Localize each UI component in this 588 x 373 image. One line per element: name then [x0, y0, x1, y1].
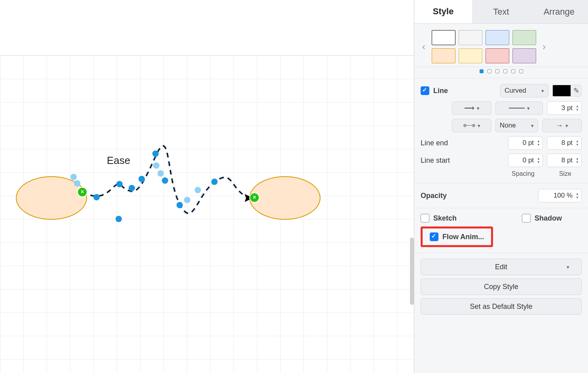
spacing-sublabel: Spacing	[512, 170, 535, 177]
sketch-label: Sketch	[433, 214, 457, 223]
line-start-size-value: 8 pt	[561, 156, 573, 164]
edge-waypoint[interactable]	[211, 179, 218, 185]
waypoints-icon	[463, 123, 475, 128]
canvas-scrollbar[interactable]	[410, 238, 414, 305]
shadow-label: Shadow	[535, 214, 562, 223]
line-style-select[interactable]: Curved ▾	[500, 84, 548, 97]
connection-style-value: None	[500, 122, 516, 129]
edge-handle[interactable]	[195, 187, 201, 193]
endpoint-connected-icon: ×	[81, 188, 84, 195]
edit-style-button[interactable]: Edit ▾	[421, 259, 582, 275]
line-start-size-input[interactable]: 8 pt ▲▼	[547, 154, 582, 167]
set-default-style-button[interactable]: Set as Default Style	[421, 298, 582, 315]
swatch[interactable]	[512, 48, 536, 63]
style-swatch-grid	[432, 30, 536, 63]
opacity-label: Opacity	[421, 192, 447, 200]
edge-waypoint[interactable]	[116, 181, 123, 187]
chevron-down-icon: ▾	[527, 105, 530, 111]
swatch-pager	[414, 67, 588, 78]
line-start-spacing-value: 0 pt	[523, 156, 534, 164]
stepper-icon[interactable]: ▲▼	[574, 192, 579, 199]
endpoint-connected-icon: ×	[253, 194, 256, 200]
tab-style[interactable]: Style	[414, 0, 472, 23]
eyedropper-icon[interactable]: ✎	[571, 85, 582, 97]
pager-dot[interactable]	[503, 69, 507, 73]
opacity-section: Opacity 100 % ▲▼	[414, 183, 588, 208]
edge-waypoint[interactable]	[93, 194, 100, 200]
arrow-right-icon	[464, 104, 474, 112]
pager-dot[interactable]	[495, 69, 499, 73]
sketch-checkbox[interactable]	[421, 214, 429, 223]
swatch[interactable]	[432, 48, 455, 63]
chevron-down-icon: ▾	[565, 123, 568, 129]
swatch[interactable]	[512, 30, 536, 45]
swatch[interactable]	[459, 48, 482, 63]
stepper-icon[interactable]: ▲▼	[574, 157, 579, 164]
line-end-size-input[interactable]: 8 pt ▲▼	[547, 136, 582, 150]
stepper-icon[interactable]: ▲▼	[535, 139, 540, 147]
edge-waypoint[interactable]	[138, 176, 145, 182]
line-color-swatch[interactable]	[552, 85, 572, 97]
connection-style-select[interactable]: None ▾	[495, 119, 538, 132]
swatch-next-icon[interactable]: ›	[539, 41, 549, 52]
tab-arrange[interactable]: Arrange	[530, 0, 588, 23]
line-solid-icon	[509, 108, 525, 108]
flow-animation-highlight: Flow Anim...	[421, 226, 493, 247]
edge-waypoint[interactable]	[162, 177, 168, 184]
pager-dot[interactable]	[480, 69, 484, 73]
swatch[interactable]	[459, 30, 482, 45]
stepper-icon[interactable]: ▲▼	[574, 139, 579, 147]
waypoint-style-select[interactable]: ▾	[452, 119, 491, 132]
edge-waypoint[interactable]	[152, 150, 159, 157]
format-panel: Style Text Arrange ‹ ›	[414, 0, 588, 373]
canvas[interactable]: Ease ×	[0, 0, 414, 373]
edge-waypoint[interactable]	[116, 216, 122, 222]
opacity-input[interactable]: 100 % ▲▼	[538, 189, 582, 202]
pager-dot[interactable]	[487, 69, 491, 73]
line-end-spacing-input[interactable]: 0 pt ▲▼	[508, 136, 543, 150]
selected-edge[interactable]: × ×	[0, 0, 356, 277]
edge-handle[interactable]	[74, 180, 80, 186]
style-actions: Edit ▾ Copy Style Set as Default Style	[414, 253, 588, 320]
line-section: Line Curved ▾ ✎ ▾ ▾	[414, 78, 588, 183]
stepper-icon[interactable]: ▲▼	[535, 157, 540, 164]
flow-animation-label: Flow Anim...	[442, 233, 484, 241]
line-end-size-value: 8 pt	[561, 139, 573, 147]
edge-waypoint[interactable]	[176, 202, 183, 208]
chevron-down-icon: ▾	[478, 123, 480, 129]
edge-handle[interactable]	[70, 174, 77, 180]
size-sublabel: Size	[559, 170, 571, 177]
tab-text[interactable]: Text	[472, 0, 530, 23]
pager-dot[interactable]	[519, 69, 523, 73]
chevron-down-icon: ▾	[477, 105, 480, 111]
edit-style-label: Edit	[495, 263, 507, 271]
line-width-input[interactable]: 3 pt ▲▼	[547, 101, 582, 115]
chevron-down-icon: ▾	[541, 88, 544, 94]
copy-style-label: Copy Style	[484, 283, 518, 291]
pager-dot[interactable]	[511, 69, 515, 73]
line-style-value: Curved	[505, 87, 526, 95]
chevron-down-icon: ▾	[531, 123, 534, 129]
line-pattern-select[interactable]: ▾	[495, 101, 543, 115]
swatch[interactable]	[432, 30, 455, 45]
line-start-spacing-input[interactable]: 0 pt ▲▼	[508, 154, 543, 167]
effects-section: Sketch Shadow Flow Anim...	[414, 208, 588, 253]
arrow-start-select[interactable]: ▾	[452, 101, 491, 115]
swatch-prev-icon[interactable]: ‹	[419, 41, 429, 52]
chevron-down-icon: ▾	[567, 264, 569, 270]
opacity-value: 100 %	[554, 192, 573, 200]
edge-handle[interactable]	[184, 197, 190, 203]
edge-handle[interactable]	[153, 162, 159, 169]
flow-animation-checkbox[interactable]	[430, 232, 438, 241]
edge-handle[interactable]	[157, 170, 164, 177]
shadow-checkbox[interactable]	[522, 214, 531, 223]
line-end-spacing-value: 0 pt	[523, 139, 534, 147]
line-checkbox[interactable]	[421, 86, 429, 95]
swatch[interactable]	[486, 48, 509, 63]
stepper-icon[interactable]: ▲▼	[574, 105, 579, 112]
arrow-end-select[interactable]: ▾	[542, 119, 582, 132]
copy-style-button[interactable]: Copy Style	[421, 278, 582, 295]
edge-waypoint[interactable]	[129, 185, 135, 191]
swatch[interactable]	[486, 30, 509, 45]
line-checkbox-label: Line	[433, 87, 448, 95]
